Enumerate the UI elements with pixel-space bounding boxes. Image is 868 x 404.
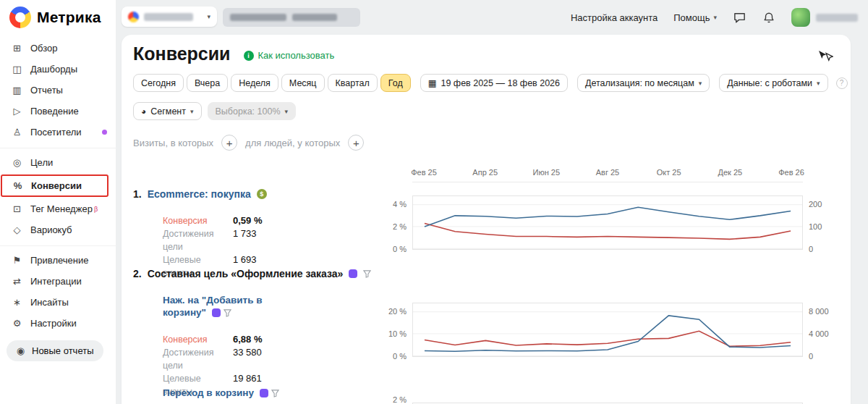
month-tick: Фев 25 <box>411 168 437 177</box>
goal-1-right-axis: 200 100 0 <box>809 195 845 250</box>
funnel-filter-icon[interactable] <box>271 390 279 397</box>
period-month-button[interactable]: Месяц <box>281 74 325 92</box>
metrika-logo[interactable]: Метрика <box>0 0 116 34</box>
goal-2-step-1-right-axis: 8 000 4 000 0 <box>809 303 845 357</box>
sidebar-item-label: Настройки <box>30 318 77 329</box>
axis-tick: 20 % <box>388 307 407 316</box>
add-people-filter-button[interactable]: + <box>348 135 364 151</box>
variocube-icon: ◇ <box>11 224 23 235</box>
nav-group-tools: ⚑ Привлечение ⇄ Интеграции ∗ Инсайты ⚙ Н… <box>0 245 116 339</box>
user-account-button[interactable] <box>791 8 858 27</box>
insights-sparkle-icon: ∗ <box>11 297 23 308</box>
sidebar-item-overview[interactable]: ⊞ Обзор <box>0 38 116 59</box>
goal-2-step-1-left-axis: 20 % 10 % 0 % <box>370 303 407 357</box>
counter-info-blurred <box>223 8 360 27</box>
axis-tick: 0 <box>809 245 813 253</box>
sidebar-item-variocube[interactable]: ◇ Вариокуб <box>0 219 116 240</box>
sidebar-item-insights[interactable]: ∗ Инсайты <box>0 292 116 313</box>
segment-label: Сегмент <box>150 106 186 117</box>
sidebar-item-conversions[interactable]: % Конверсии <box>2 176 107 195</box>
sidebar-item-label: Обзор <box>30 43 58 54</box>
info-icon: i <box>244 51 254 61</box>
chevron-down-icon: ▾ <box>190 108 194 115</box>
detail-dropdown[interactable]: Детализация: по месяцам ▾ <box>577 74 710 92</box>
date-range-value: 19 фев 2025 — 18 фев 2026 <box>441 78 560 88</box>
add-visit-filter-button[interactable]: + <box>221 135 237 151</box>
account-settings-link[interactable]: Настройка аккаунта <box>571 12 658 23</box>
segment-dropdown[interactable]: ◕ Сегмент ▾ <box>133 102 202 120</box>
nav-group-goals: ◎ Цели % Конверсии ⊡ Тег Менеджер β ◇ Ва… <box>0 148 116 245</box>
chevron-down-icon: ▾ <box>699 80 702 87</box>
funnel-filter-icon[interactable] <box>363 270 371 278</box>
achievements-value: 33 580 <box>233 346 262 372</box>
period-yesterday-button[interactable]: Вчера <box>187 74 228 92</box>
funnel-filter-icon[interactable] <box>224 309 231 317</box>
sidebar-item-behavior[interactable]: ▷ Поведение <box>0 101 116 122</box>
counter-selector[interactable]: ▾ <box>122 7 217 27</box>
achievements-value: 1 733 <box>233 227 257 253</box>
sidebar-item-tag-manager[interactable]: ⊡ Тег Менеджер β <box>0 198 116 219</box>
blurred-text <box>292 14 337 21</box>
goal-2-title[interactable]: Составная цель «Оформление заказа» <box>148 268 344 279</box>
goal-2-step-1-line-chart <box>412 303 803 357</box>
metrika-logo-icon <box>9 7 31 28</box>
sidebar-item-label: Отчеты <box>30 85 63 96</box>
conversion-value: 6,88 % <box>233 333 262 346</box>
sidebar-item-integrations[interactable]: ⇄ Интеграции <box>0 271 116 292</box>
cursors-icon[interactable] <box>816 49 833 67</box>
date-range-button[interactable]: ▦ 19 фев 2025 — 18 фев 2026 <box>420 74 568 92</box>
achievements-label: Достижения цели <box>163 227 233 253</box>
sidebar-item-dashboards[interactable]: ◫ Дашборды <box>0 59 116 80</box>
conversions-highlight-box: % Конверсии <box>1 174 109 197</box>
goal-2-step-1-title[interactable]: Наж. на "Добавить в корзину" <box>163 294 290 319</box>
how-to-use-link[interactable]: i Как использовать <box>244 50 335 61</box>
step-title-text: Переход в корзину <box>163 387 254 398</box>
period-week-button[interactable]: Неделя <box>231 74 278 92</box>
goal-2-header: 2. Составная цель «Оформление заказа» <box>133 268 371 279</box>
axis-tick: 100 <box>809 222 822 231</box>
segment-controls: ◕ Сегмент ▾ Выборка: 100% ▾ <box>133 102 296 120</box>
sidebar-item-label: Инсайты <box>30 297 69 308</box>
conversion-label: Конверсия <box>163 214 233 227</box>
sidebar-item-goals[interactable]: ◎ Цели <box>0 152 116 173</box>
period-today-button[interactable]: Сегодня <box>133 74 184 92</box>
chevron-down-icon: ▾ <box>713 14 717 21</box>
sidebar-item-label: Вариокуб <box>30 224 72 235</box>
month-tick: Июн 25 <box>533 168 561 177</box>
data-mode-dropdown[interactable]: Данные: с роботами ▾ <box>719 74 827 92</box>
sidebar-item-settings[interactable]: ⚙ Настройки <box>0 313 116 334</box>
sidebar-item-label: Интеграции <box>30 276 82 287</box>
achievements-label: Достижения цели <box>163 346 233 372</box>
month-tick: Дек 25 <box>718 168 742 177</box>
goal-number: 2. <box>133 268 142 279</box>
goal-2-step-2-title[interactable]: Переход в корзину <box>163 387 322 399</box>
x-axis-months: Фев 25 Апр 25 Июн 25 Авг 25 Окт 25 Дек 2… <box>412 168 803 178</box>
goal-1-title-link[interactable]: Ecommerce: покупка <box>148 188 251 200</box>
help-circle-icon[interactable]: ? <box>836 77 848 89</box>
ecommerce-badge-icon: $ <box>257 189 267 199</box>
conversion-label: Конверсия <box>163 333 233 346</box>
chat-button[interactable] <box>733 11 746 25</box>
chevron-down-icon: ▾ <box>285 108 289 115</box>
sidebar-item-visitors[interactable]: ♙ Посетители <box>0 122 116 143</box>
topbar: ▾ Настройка аккаунта Помощь ▾ <box>116 0 868 35</box>
new-reports-label: Новые отчеты <box>32 345 93 356</box>
period-controls: Сегодня Вчера Неделя Месяц Квартал Год ▦… <box>133 74 848 92</box>
data-mode-label: Данные: с роботами <box>727 78 812 88</box>
sidebar-item-acquisition[interactable]: ⚑ Привлечение <box>0 250 116 271</box>
new-reports-button[interactable]: ◉ Новые отчеты <box>7 340 103 361</box>
month-tick: Окт 25 <box>657 168 681 177</box>
notifications-button[interactable] <box>762 11 775 25</box>
sidebar-item-label: Поведение <box>30 106 79 117</box>
sidebar-item-reports[interactable]: ▥ Отчеты <box>0 80 116 101</box>
goal-1-line-chart <box>412 195 803 250</box>
gear-icon: ⚙ <box>11 318 23 329</box>
help-menu[interactable]: Помощь ▾ <box>673 12 717 23</box>
period-quarter-button[interactable]: Квартал <box>328 74 378 92</box>
sampling-dropdown[interactable]: Выборка: 100% ▾ <box>208 102 297 120</box>
axis-tick: 4 000 <box>809 329 829 338</box>
period-year-button[interactable]: Год <box>380 74 411 92</box>
axis-tick: 0 % <box>393 352 407 361</box>
chevron-down-icon: ▾ <box>817 80 820 87</box>
nav-group-main: ⊞ Обзор ◫ Дашборды ▥ Отчеты ▷ Поведение … <box>0 34 116 148</box>
